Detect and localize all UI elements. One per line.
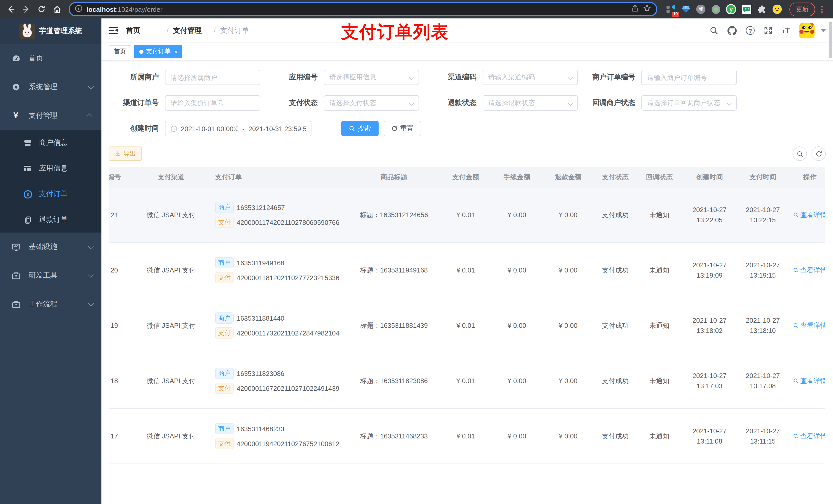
breadcrumb-section[interactable]: 支付管理	[173, 26, 209, 35]
url-text[interactable]: localhost:1024/pay/order	[87, 5, 627, 13]
sidebar-item-merchant-info[interactable]: 商户信息	[0, 130, 101, 156]
chevron-down-icon	[88, 301, 94, 307]
tab-pay-order[interactable]: 支付订单 ×	[134, 45, 183, 58]
fullscreen-icon[interactable]	[764, 26, 772, 35]
view-details-link[interactable]: 查看详情	[793, 376, 825, 385]
yen-icon: ¥	[10, 111, 22, 121]
bookmark-star-icon[interactable]	[643, 4, 651, 14]
forward-icon[interactable]	[20, 3, 33, 16]
app-title: 芋道管理系统	[39, 27, 82, 36]
tab-home[interactable]: 首页	[109, 45, 131, 58]
sidebar-label: 研发工具	[29, 271, 88, 280]
font-size-icon[interactable]: TT	[782, 26, 790, 35]
channel-order-no-field[interactable]	[171, 99, 255, 107]
filter-create-time: 创建时间 2021-10-01 00:00:00 - 2021-10-31 23…	[109, 121, 311, 136]
sidebar-label: 商户信息	[39, 138, 68, 147]
extension-command-icon[interactable]: ⌘	[696, 5, 706, 14]
help-icon[interactable]: ?	[746, 26, 755, 35]
channel-code-select[interactable]: 请输入渠道编码	[482, 70, 578, 85]
breadcrumb-home[interactable]: 首页	[126, 26, 162, 35]
chevron-down-icon	[568, 100, 573, 105]
sidebar-item-workflow[interactable]: 工作流程	[0, 290, 101, 318]
cell-status: 支付成功	[594, 321, 637, 330]
cell-refund: ¥ 0.00	[543, 211, 594, 219]
breadcrumb-separator: /	[166, 26, 169, 34]
pay-order-no: 4200001174202110278060590766	[237, 218, 339, 226]
sidebar-item-refund-order[interactable]: 退款订单	[0, 207, 101, 233]
site-info-icon[interactable]	[75, 4, 82, 14]
merchant-order-no-input[interactable]	[641, 70, 737, 85]
channel-order-no-input[interactable]	[165, 95, 260, 111]
table-row: 18 微信 JSAPI 支付 商户1635311823086 支付4200001…	[109, 354, 825, 409]
extension-gem-icon[interactable]	[681, 4, 691, 14]
search-icon[interactable]	[710, 26, 718, 35]
pay-status-select[interactable]: 请选择支付状态	[324, 95, 419, 111]
avatar-caret-icon[interactable]	[821, 29, 826, 32]
browser-menu-icon[interactable]: ⋮	[817, 5, 829, 14]
toggle-search-icon[interactable]	[792, 146, 807, 161]
field-label: 商户订单编号	[585, 73, 641, 82]
view-details-link[interactable]: 查看详情	[793, 210, 825, 219]
col-header: 支付状态	[594, 172, 637, 182]
sidebar-item-app-info[interactable]: 应用信息	[0, 156, 101, 181]
merchant-tag: 商户	[215, 368, 234, 379]
search-button[interactable]: 搜索	[341, 121, 379, 136]
sidebar-item-devtool[interactable]: 研发工具	[0, 261, 101, 290]
sidebar-item-pay-order[interactable]: ¥ 支付订单	[0, 181, 101, 207]
view-details-link[interactable]: 查看详情	[793, 432, 825, 441]
merchant-order-no-field[interactable]	[647, 73, 731, 81]
sidebar-item-pay[interactable]: ¥ 支付管理	[0, 101, 101, 130]
filter-channel-order-no: 渠道订单号	[109, 95, 260, 111]
sidebar-item-home[interactable]: 首页	[0, 44, 101, 73]
sidebar-label: 支付订单	[39, 190, 68, 199]
browser-update-button[interactable]: 更新	[789, 2, 815, 16]
github-icon[interactable]	[728, 26, 737, 35]
profile-avatar-icon[interactable]	[772, 4, 782, 14]
sidebar: 芋道管理系统 首页 系统管理 ¥ 支付管理	[0, 19, 101, 504]
cell-status: 支付成功	[594, 266, 637, 275]
refund-status-select[interactable]: 请选择退款状态	[482, 95, 578, 111]
extension-yudao-icon[interactable]: y	[726, 4, 736, 14]
field-label: 创建时间	[109, 124, 165, 133]
back-icon[interactable]	[4, 3, 18, 16]
notify-status-select[interactable]: 请选择订单回调商户状态	[641, 95, 737, 111]
extension-tabs-icon[interactable]: 10	[665, 4, 676, 14]
refresh-icon[interactable]	[811, 146, 826, 161]
view-details-link[interactable]: 查看详情	[793, 321, 825, 330]
cell-refund: ¥ 0.00	[543, 266, 594, 274]
url-bar[interactable]: localhost:1024/pay/order	[69, 2, 657, 16]
extension-dot-icon[interactable]	[711, 4, 721, 14]
export-button[interactable]: 导出	[109, 146, 142, 161]
app-select[interactable]: 请选择应用信息	[324, 70, 419, 85]
cell-order-nos: 商户1635311949168 支付4200001181202110277723…	[210, 254, 348, 287]
collapse-sidebar-icon[interactable]	[109, 27, 118, 34]
sidebar-label: 支付管理	[29, 111, 88, 120]
user-avatar[interactable]	[799, 23, 814, 38]
cell-amount: ¥ 0.01	[440, 377, 491, 385]
home-icon[interactable]	[50, 3, 64, 16]
cell-action: 查看详情	[788, 266, 825, 275]
date-start: 2021-10-01 00:00:00	[181, 125, 238, 133]
font-small-glyph: T	[782, 29, 785, 34]
table-toolbar: 导出	[109, 146, 826, 161]
briefcase-icon	[10, 300, 22, 309]
store-icon	[23, 139, 33, 147]
cell-title: 标题：1635311468233	[348, 432, 440, 441]
close-icon[interactable]: ×	[174, 48, 177, 54]
field-label: 退款状态	[426, 98, 482, 107]
sidebar-item-infra[interactable]: 基础设施	[0, 233, 101, 261]
merchant-input[interactable]	[165, 70, 260, 85]
field-label: 渠道编码	[426, 73, 482, 82]
merchant-input-field[interactable]	[171, 73, 255, 81]
share-icon[interactable]	[631, 4, 639, 14]
col-header: 支付订单	[210, 172, 348, 182]
extensions-puzzle-icon[interactable]	[757, 4, 767, 14]
reload-icon[interactable]	[35, 3, 48, 16]
reset-button[interactable]: 重置	[384, 121, 421, 136]
sidebar-item-system[interactable]: 系统管理	[0, 73, 101, 101]
sidebar-logo[interactable]: 芋道管理系统	[0, 19, 101, 44]
date-range-input[interactable]: 2021-10-01 00:00:00 - 2021-10-31 23:59:5…	[165, 121, 311, 136]
extension-chat-icon[interactable]	[741, 4, 752, 14]
view-details-link[interactable]: 查看详情	[793, 266, 825, 275]
cell-id: 18	[109, 377, 132, 385]
